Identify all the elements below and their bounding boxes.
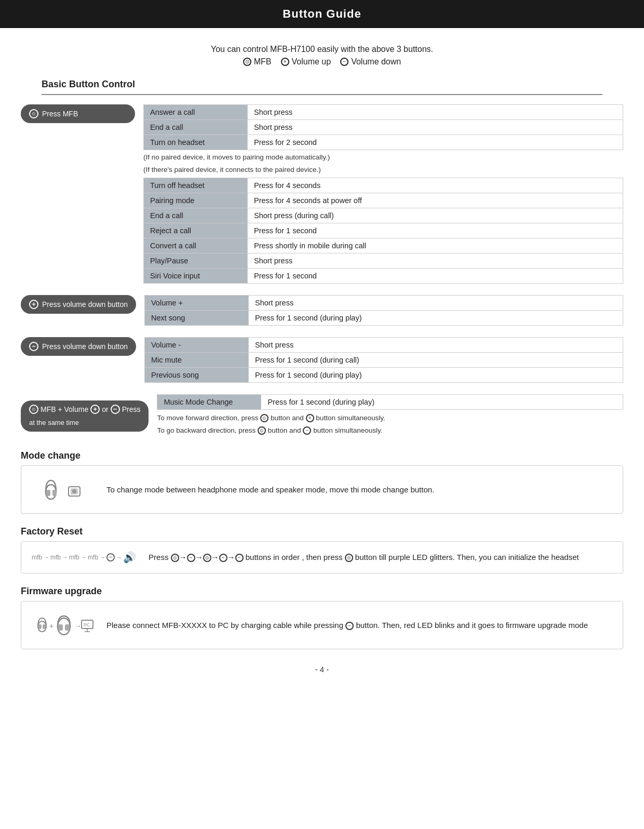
- action-cell: Play/Pause: [144, 253, 248, 268]
- firmware-upgrade-icons: + → PC: [32, 611, 94, 639]
- mode-change-title: Mode change: [21, 450, 602, 461]
- table-row: Pairing modePress for 4 seconds at power…: [144, 193, 623, 208]
- intro-icons: ⊙ MFB + Volume up − Volume down: [0, 57, 644, 66]
- desc-cell: Short press (during call): [248, 208, 623, 223]
- footer: - 4 -: [0, 665, 644, 674]
- desc-cell: Press for 2 second: [248, 135, 623, 150]
- press-mfb-row: ⊙ Press MFB Answer a callShort pressEnd …: [21, 104, 623, 284]
- combo-note1-plus-icon: +: [306, 414, 314, 422]
- intro-line1: You can control MFB-H7100 easily with th…: [0, 45, 644, 54]
- basic-section-title: Basic Button Control: [42, 79, 602, 90]
- action-cell: Answer a call: [144, 105, 248, 120]
- intro-section: You can control MFB-H7100 easily with th…: [0, 45, 644, 66]
- svg-text:→: →: [74, 622, 82, 630]
- action-cell: Mic mute: [144, 352, 248, 367]
- mode-change-svg: [39, 475, 86, 504]
- intro-mfb-label: MFB: [254, 57, 272, 66]
- intro-volup-label: Volume up: [292, 57, 331, 66]
- combo-note1-mfb-icon: ⊙: [260, 414, 269, 422]
- table-row: Volume -Short press: [144, 337, 623, 352]
- desc-cell: Press for 4 seconds: [248, 178, 623, 193]
- combo-voldown-icon: −: [111, 405, 120, 414]
- table-row: Turn on headsetPress for 2 second: [144, 135, 623, 150]
- factory-minus-icon: −: [106, 553, 115, 561]
- desc-cell: Short press: [248, 295, 623, 310]
- voldown-btn-icon: −: [29, 342, 38, 351]
- svg-text:+: +: [49, 622, 53, 630]
- factory-pc-icon: 🔊: [123, 551, 136, 564]
- action-cell: End a call: [144, 120, 248, 135]
- factory-icon-sequence: mfb → mfb → mfb → mfb → − → 🔊: [32, 551, 136, 564]
- mode-change-icons: [32, 475, 94, 504]
- svg-rect-2: [52, 490, 57, 496]
- factory-reset-box: mfb → mfb → mfb → mfb → − → 🔊 Press ⊙→−→…: [21, 541, 623, 573]
- desc-cell: Press for 4 seconds at power off: [248, 193, 623, 208]
- desc-cell: Short press: [248, 120, 623, 135]
- table-row: Mic mutePress for 1 second (during call): [144, 352, 623, 367]
- desc-cell: Press for 1 second: [248, 268, 623, 283]
- table-row: Next songPress for 1 second (during play…: [144, 310, 623, 325]
- table-row: End a callShort press (during call): [144, 208, 623, 223]
- svg-rect-11: [58, 624, 63, 631]
- svg-rect-7: [38, 624, 42, 629]
- action-cell: Music Mode Change: [157, 394, 261, 409]
- action-cell: Volume -: [144, 337, 248, 352]
- desc-cell: Press shortly in mobile during call: [248, 238, 623, 253]
- firmware-svg: + → PC: [32, 611, 94, 639]
- table-row: Answer a callShort press: [144, 105, 623, 120]
- desc-cell: Press for 1 second (during play): [248, 310, 623, 325]
- svg-point-5: [72, 489, 76, 493]
- action-cell: Convert a call: [144, 238, 248, 253]
- svg-rect-1: [46, 490, 50, 496]
- factory-reset-title: Factory Reset: [21, 526, 602, 537]
- voldown-icon: −: [340, 58, 348, 66]
- action-cell: Reject a call: [144, 223, 248, 238]
- action-cell: Previous song: [144, 367, 248, 382]
- table-row: Play/PauseShort press: [144, 253, 623, 268]
- press-mfb-table1: Answer a callShort pressEnd a callShort …: [143, 104, 623, 150]
- press-mfb-label: ⊙ Press MFB: [21, 104, 135, 123]
- mfb-note2: (If there's paired device, it connects t…: [143, 165, 623, 175]
- table-row: Turn off headsetPress for 4 seconds: [144, 178, 623, 193]
- firmware-upgrade-text: Please connect MFB-XXXXX to PC by chargi…: [106, 619, 612, 632]
- action-cell: Turn off headset: [144, 178, 248, 193]
- press-voldown-label: − Press volume down button: [21, 337, 136, 356]
- firmware-upgrade-section: Firmware upgrade + →: [21, 586, 623, 649]
- desc-cell: Press for 1 second (during call): [248, 352, 623, 367]
- press-volup-table-area: Volume +Short pressNext songPress for 1 …: [144, 295, 623, 326]
- combo-note2: To go backward direction, press ⊙ button…: [157, 425, 623, 436]
- press-mfb-table-area: Answer a callShort pressEnd a callShort …: [143, 104, 623, 284]
- intro-voldown-label: Volume down: [351, 57, 401, 66]
- section-divider: [42, 94, 602, 95]
- mode-change-section: Mode change To change mode between headp…: [21, 450, 623, 514]
- mode-change-text: To change mode between headphone mode an…: [106, 484, 612, 496]
- desc-cell: Press for 1 second (during play): [248, 367, 623, 382]
- action-cell: Turn on headset: [144, 135, 248, 150]
- press-voldown-row: − Press volume down button Volume -Short…: [21, 337, 623, 383]
- firmware-upgrade-title: Firmware upgrade: [21, 586, 602, 597]
- press-combo-label: ⊙ MFB + Volume + or − Press at the same …: [21, 400, 149, 432]
- table-row: Previous songPress for 1 second (during …: [144, 367, 623, 382]
- press-combo-table: Music Mode ChangePress for 1 second (dur…: [157, 394, 623, 410]
- desc-cell: Short press: [248, 337, 623, 352]
- action-cell: Siri Voice input: [144, 268, 248, 283]
- table-row: Volume +Short press: [144, 295, 623, 310]
- press-combo-row: ⊙ MFB + Volume + or − Press at the same …: [21, 394, 623, 438]
- firmware-upgrade-box: + → PC Please connect MFB-XXXXX to PC b: [21, 601, 623, 649]
- press-combo-table-area: Music Mode ChangePress for 1 second (dur…: [157, 394, 623, 438]
- table-row: Siri Voice inputPress for 1 second: [144, 268, 623, 283]
- table-row: Music Mode ChangePress for 1 second (dur…: [157, 394, 623, 409]
- mfb-icon: ⊙: [243, 58, 251, 66]
- combo-mfb-icon: ⊙: [29, 405, 38, 414]
- page-title: Button Guide: [283, 7, 361, 20]
- press-voldown-table: Volume -Short pressMic mutePress for 1 s…: [144, 337, 623, 383]
- action-cell: Volume +: [144, 295, 248, 310]
- action-cell: Next song: [144, 310, 248, 325]
- press-volup-label: + Press volume down button: [21, 295, 136, 314]
- mfb-btn-icon: ⊙: [29, 109, 38, 118]
- combo-note1: To move forward direction, press ⊙ butto…: [157, 413, 623, 423]
- table-row: Reject a callPress for 1 second: [144, 223, 623, 238]
- svg-rect-12: [65, 624, 70, 631]
- page-header: Button Guide: [0, 0, 644, 28]
- svg-text:PC: PC: [84, 622, 90, 627]
